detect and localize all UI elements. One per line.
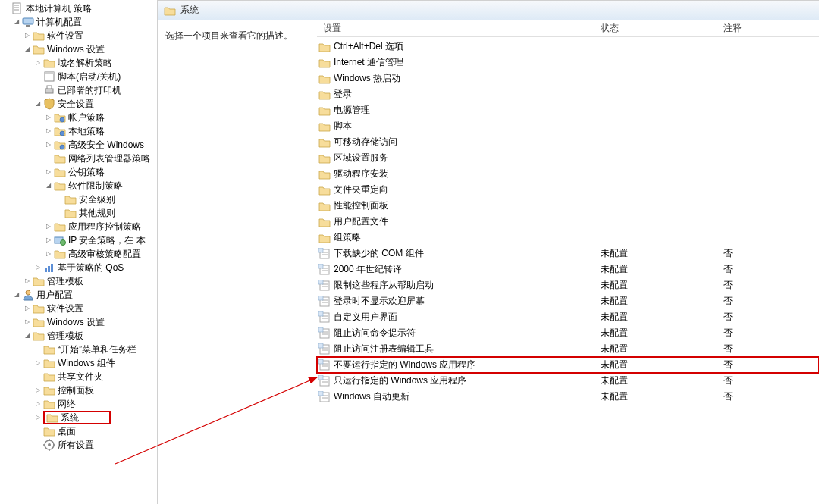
list-item[interactable]: 自定义用户界面未配置否 — [317, 309, 819, 325]
list-item-setting: 文件夹重定向 — [334, 182, 388, 198]
tree-item[interactable]: ▷高级安全 Windows — [2, 138, 157, 152]
list-item[interactable]: 阻止访问注册表编辑工具未配置否 — [317, 341, 819, 357]
expander-icon[interactable]: ▷ — [44, 141, 52, 149]
tree-item[interactable]: ◢Windows 设置 — [2, 42, 157, 56]
expander-icon[interactable]: ▷ — [33, 400, 42, 409]
tree-item[interactable]: ◢安全设置 — [2, 97, 157, 111]
list-item[interactable]: 登录时不显示欢迎屏幕未配置否 — [317, 293, 819, 309]
tree-item[interactable]: 其他规则 — [2, 206, 157, 220]
expander-icon[interactable]: ▷ — [44, 127, 52, 136]
tree-item-label: IP 安全策略，在 本 — [68, 233, 146, 247]
expander-icon[interactable]: ◢ — [12, 291, 20, 299]
expander-icon[interactable]: ▷ — [23, 32, 31, 40]
list-item[interactable]: 阻止访问命令提示符未配置否 — [317, 325, 819, 341]
expander-icon[interactable]: ▷ — [33, 264, 42, 272]
tree-item[interactable]: ▷应用程序控制策略 — [2, 220, 157, 233]
expander-icon[interactable]: ◢ — [23, 45, 31, 54]
list-item[interactable]: 电源管理 — [317, 102, 819, 118]
expander-icon[interactable] — [33, 86, 42, 95]
tree-item[interactable]: ▷公钥策略 — [2, 165, 157, 179]
tree-item[interactable]: 已部署的打印机 — [2, 83, 157, 97]
expander-icon[interactable]: ▷ — [44, 236, 52, 245]
list-item[interactable]: Windows 热启动 — [317, 70, 819, 86]
list-item[interactable]: 可移动存储访问 — [317, 134, 819, 150]
tree-item[interactable]: ◢管理模板 — [2, 329, 157, 343]
tree-item[interactable]: 网络列表管理器策略 — [2, 152, 157, 165]
folder-icon — [43, 57, 55, 69]
expander-icon[interactable]: ▷ — [44, 223, 52, 231]
list-item[interactable]: 2000 年世纪转译未配置否 — [317, 261, 819, 277]
list-item[interactable]: 下载缺少的 COM 组件未配置否 — [317, 246, 819, 261]
expander-icon[interactable]: ▷ — [33, 59, 42, 67]
tree-item[interactable]: ▷域名解析策略 — [2, 56, 157, 70]
tree-item[interactable]: ◢用户配置 — [2, 288, 157, 302]
tree-item[interactable]: ▷本地策略 — [2, 124, 157, 138]
list-item[interactable]: Internet 通信管理 — [317, 55, 819, 70]
expander-icon[interactable]: ▷ — [23, 305, 31, 313]
list-item[interactable]: 用户配置文件 — [317, 214, 819, 230]
expander-icon[interactable] — [55, 196, 63, 204]
tree-item[interactable]: ◢计算机配置 — [2, 15, 157, 29]
tree-item[interactable]: ▷高级审核策略配置 — [2, 247, 157, 261]
expander-icon[interactable]: ▷ — [44, 250, 52, 258]
col-header-comment[interactable]: 注释 — [723, 22, 819, 35]
tree-item[interactable]: 安全级别 — [2, 193, 157, 206]
tree-item[interactable]: 所有设置 — [2, 438, 157, 452]
expander-icon[interactable]: ▷ — [44, 168, 52, 177]
expander-icon[interactable]: ◢ — [12, 18, 20, 27]
tree-item-label: Windows 设置 — [47, 42, 105, 56]
expander-icon[interactable]: ◢ — [23, 332, 31, 340]
expander-icon[interactable] — [33, 373, 42, 381]
tree-item[interactable]: 本地计算机 策略 — [2, 2, 157, 15]
list-item[interactable]: 脚本 — [317, 118, 819, 134]
col-header-status[interactable]: 状态 — [601, 22, 723, 35]
expander-icon[interactable] — [33, 441, 42, 449]
list-header: 设置 状态 注释 — [317, 20, 819, 37]
list-item[interactable]: 限制这些程序从帮助启动未配置否 — [317, 277, 819, 293]
tree-item[interactable]: ▷系统 — [2, 411, 157, 424]
tree-item[interactable]: ▷Windows 设置 — [2, 315, 157, 329]
folder-sec-icon — [54, 125, 66, 137]
tree-item[interactable]: ▷软件设置 — [2, 302, 157, 315]
col-header-setting[interactable]: 设置 — [317, 22, 601, 35]
tree-item[interactable]: ▷控制面板 — [2, 383, 157, 397]
expander-icon[interactable]: ◢ — [44, 182, 52, 190]
expander-icon[interactable]: ▷ — [23, 277, 31, 286]
expander-icon[interactable] — [2, 5, 10, 13]
list-item[interactable]: 性能控制面板 — [317, 198, 819, 214]
list-item[interactable]: 组策略 — [317, 230, 819, 246]
tree-item[interactable]: ▷IP 安全策略，在 本 — [2, 233, 157, 247]
tree-item[interactable]: ◢软件限制策略 — [2, 179, 157, 193]
tree-item[interactable]: ▷网络 — [2, 397, 157, 411]
expander-icon[interactable]: ▷ — [33, 359, 42, 368]
allset-icon — [43, 439, 55, 451]
tree-item[interactable]: ▷帐户策略 — [2, 111, 157, 124]
tree-item[interactable]: 脚本(启动/关机) — [2, 70, 157, 83]
expander-icon[interactable] — [33, 427, 42, 436]
expander-icon[interactable]: ▷ — [33, 414, 42, 422]
expander-icon[interactable]: ▷ — [23, 318, 31, 327]
tree-item[interactable]: 桌面 — [2, 424, 157, 438]
list-item[interactable]: Windows 自动更新未配置否 — [317, 389, 819, 405]
expander-icon[interactable] — [33, 73, 42, 81]
list-item[interactable]: 文件夹重定向 — [317, 182, 819, 198]
expander-icon[interactable] — [44, 155, 52, 163]
list-item[interactable]: Ctrl+Alt+Del 选项 — [317, 39, 819, 55]
tree-item[interactable]: ▷Windows 组件 — [2, 356, 157, 370]
list-item[interactable]: 登录 — [317, 86, 819, 102]
policy-icon — [11, 2, 24, 14]
tree-item[interactable]: ▷基于策略的 QoS — [2, 261, 157, 274]
tree-item[interactable]: “开始”菜单和任务栏 — [2, 343, 157, 356]
tree-item[interactable]: ▷管理模板 — [2, 274, 157, 288]
list-item[interactable]: 区域设置服务 — [317, 150, 819, 166]
expander-icon[interactable]: ▷ — [33, 387, 42, 395]
expander-icon[interactable]: ▷ — [44, 114, 52, 122]
list-item[interactable]: 只运行指定的 Windows 应用程序未配置否 — [317, 373, 819, 389]
tree-item[interactable]: ▷软件设置 — [2, 29, 157, 42]
list-item[interactable]: 驱动程序安装 — [317, 166, 819, 182]
list-item[interactable]: 不要运行指定的 Windows 应用程序未配置否 — [317, 357, 819, 373]
expander-icon[interactable] — [55, 209, 63, 218]
expander-icon[interactable]: ◢ — [33, 100, 42, 108]
tree-item[interactable]: 共享文件夹 — [2, 370, 157, 383]
expander-icon[interactable] — [33, 346, 42, 354]
